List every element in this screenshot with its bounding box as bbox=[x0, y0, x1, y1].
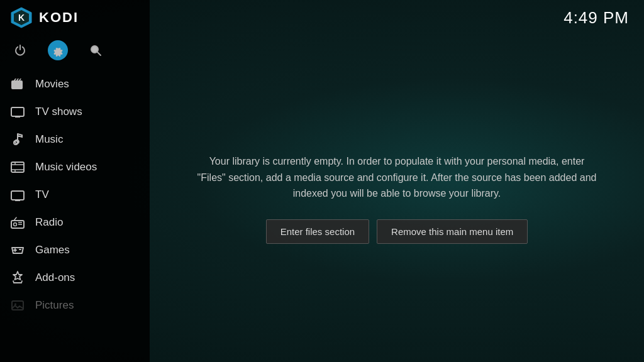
sidebar: K KODI bbox=[0, 0, 150, 362]
sidebar-item-tv[interactable]: TV bbox=[0, 181, 150, 209]
tv-shows-label: TV shows bbox=[35, 106, 82, 118]
svg-point-18 bbox=[14, 223, 17, 226]
svg-line-4 bbox=[97, 52, 101, 55]
tv-icon bbox=[10, 187, 25, 202]
library-empty-message: Your library is currently empty. In orde… bbox=[196, 153, 598, 202]
message-box: Your library is currently empty. In orde… bbox=[183, 141, 611, 256]
sidebar-item-music[interactable]: Music bbox=[0, 126, 150, 153]
pictures-label: Pictures bbox=[35, 299, 74, 312]
action-buttons: Enter files section Remove this main men… bbox=[196, 219, 598, 244]
svg-point-23 bbox=[14, 304, 16, 305]
clock-display: 4:49 PM bbox=[564, 8, 629, 28]
sidebar-item-pictures[interactable]: Pictures bbox=[0, 292, 150, 319]
radio-icon bbox=[10, 215, 25, 230]
music-videos-label: Music videos bbox=[35, 161, 97, 173]
search-icon[interactable] bbox=[86, 40, 106, 60]
tv-label: TV bbox=[35, 189, 49, 201]
sidebar-item-movies[interactable]: Movies bbox=[0, 70, 150, 98]
sidebar-header: K KODI bbox=[0, 0, 150, 35]
svg-text:K: K bbox=[18, 13, 25, 23]
add-ons-label: Add-ons bbox=[35, 272, 75, 284]
center-area: Your library is currently empty. In orde… bbox=[150, 35, 644, 362]
sidebar-item-radio[interactable]: Radio bbox=[0, 209, 150, 236]
settings-icon[interactable] bbox=[48, 40, 68, 60]
sidebar-nav: Movies TV shows Music bbox=[0, 68, 150, 362]
tv-shows-icon bbox=[10, 104, 25, 119]
sidebar-item-add-ons[interactable]: Add-ons bbox=[0, 264, 150, 292]
power-icon[interactable] bbox=[10, 40, 30, 60]
enter-files-button[interactable]: Enter files section bbox=[266, 219, 369, 244]
top-icons-row bbox=[0, 35, 150, 68]
movies-icon bbox=[10, 77, 25, 92]
svg-rect-9 bbox=[11, 162, 24, 172]
games-icon bbox=[10, 243, 25, 258]
svg-rect-14 bbox=[11, 191, 24, 200]
remove-menu-item-button[interactable]: Remove this main menu item bbox=[377, 219, 528, 244]
radio-label: Radio bbox=[35, 216, 63, 229]
pictures-icon bbox=[10, 298, 25, 313]
main-content: 4:49 PM Your library is currently empty.… bbox=[150, 0, 644, 362]
add-ons-icon bbox=[10, 270, 25, 285]
music-label: Music bbox=[35, 133, 63, 146]
movies-label: Movies bbox=[35, 78, 69, 90]
svg-rect-5 bbox=[11, 107, 24, 116]
top-bar: 4:49 PM bbox=[150, 0, 644, 35]
sidebar-item-games[interactable]: Games bbox=[0, 236, 150, 264]
games-label: Games bbox=[35, 244, 70, 256]
music-videos-icon bbox=[10, 160, 25, 175]
sidebar-item-tv-shows[interactable]: TV shows bbox=[0, 98, 150, 126]
kodi-logo-icon: K bbox=[10, 6, 33, 29]
app-title: KODI bbox=[39, 9, 79, 26]
sidebar-item-music-videos[interactable]: Music videos bbox=[0, 153, 150, 181]
music-icon bbox=[10, 132, 25, 147]
